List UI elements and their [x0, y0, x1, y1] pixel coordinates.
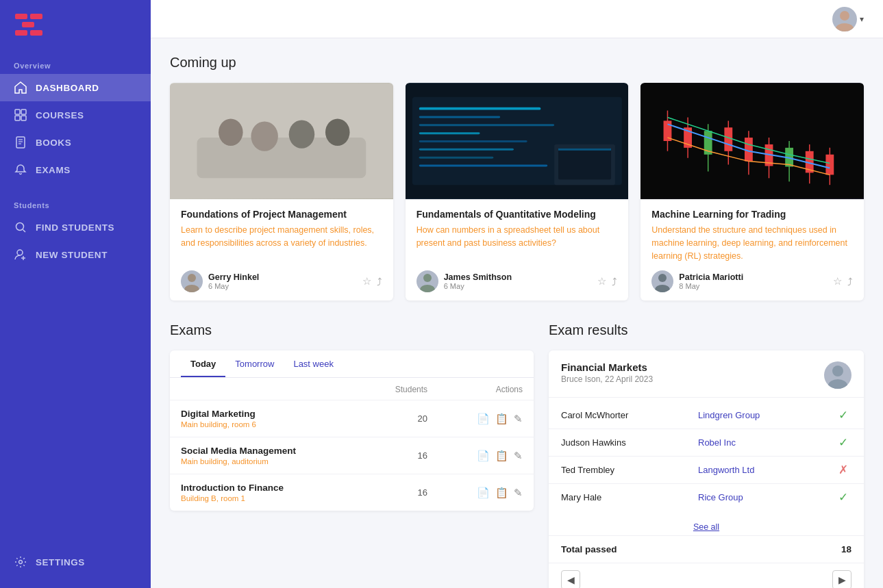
course-footer-3: Patricia Mariotti 8 May ☆ ⤴	[651, 270, 853, 292]
star-icon-3[interactable]: ☆	[833, 275, 842, 287]
result-status: ✗	[835, 463, 851, 477]
book-icon	[14, 136, 27, 149]
course-title-2: Fundamentals of Quantitative Modeling	[416, 209, 618, 220]
avatar	[832, 7, 857, 31]
course-title-3: Machine Learning for Trading	[651, 209, 853, 220]
results-list: Carol McWhorter Lindgren Group ✓ Judson …	[549, 398, 864, 515]
sidebar-item-new-student[interactable]: NEW STUDENT	[0, 241, 151, 268]
tab-today[interactable]: Today	[181, 350, 225, 377]
exams-label: EXAMS	[36, 165, 71, 175]
svg-rect-33	[419, 124, 554, 126]
result-row: Mary Hale Rice Group ✓	[549, 484, 864, 511]
exam-row-students: 16	[362, 437, 438, 474]
total-value: 18	[841, 544, 851, 554]
exams-tabs: Today Tomorrow Last week	[170, 350, 534, 378]
exam-row-location: Main building, room 6	[181, 420, 351, 429]
svg-rect-6	[21, 110, 26, 114]
copy-icon[interactable]: 📋	[495, 413, 508, 425]
sidebar-item-find-students[interactable]: FIND STUDENTS	[0, 214, 151, 241]
copy-icon[interactable]: 📋	[495, 450, 508, 462]
course-title-1: Foundations of Project Management	[181, 209, 382, 220]
students-label: Students	[0, 190, 151, 214]
sidebar-item-courses[interactable]: COURSES	[0, 101, 151, 129]
svg-rect-2	[22, 22, 34, 27]
result-company: Lindgren Group	[698, 410, 835, 420]
share-icon-2[interactable]: ⤴	[612, 276, 617, 287]
col-actions: Actions	[438, 378, 534, 400]
user-menu[interactable]: ▾	[832, 7, 864, 31]
sidebar-item-books[interactable]: BOOKS	[0, 129, 151, 156]
svg-rect-38	[419, 165, 547, 167]
results-header: Financial Markets Bruce Ison, 22 April 2…	[549, 350, 864, 398]
star-icon-1[interactable]: ☆	[362, 275, 371, 287]
course-card-body-3: Machine Learning for Trading Understand …	[641, 199, 864, 301]
exam-row-location: Main building, auditorium	[181, 457, 351, 465]
see-all-row: See all	[549, 515, 864, 535]
sidebar-item-settings[interactable]: SETTINGS	[0, 548, 151, 576]
results-exam-author-date: Bruce Ison, 22 April 2023	[561, 374, 653, 384]
table-row: Introduction to Finance Building B, room…	[170, 474, 534, 511]
content-area: Coming up Foundat	[151, 38, 883, 588]
nav-prev-button[interactable]: ◀	[561, 570, 580, 588]
svg-point-42	[423, 274, 432, 282]
course-card-2: Fundamentals of Quantitative Modeling Ho…	[406, 83, 629, 301]
exam-row-name: Social Media Management	[181, 446, 351, 456]
exam-row-name: Digital Marketing	[181, 409, 351, 419]
svg-rect-8	[21, 116, 26, 120]
author-info-2: James Smithson 6 May	[444, 272, 512, 290]
find-students-label: FIND STUDENTS	[36, 222, 114, 233]
overview-label: Overview	[0, 51, 151, 74]
svg-point-13	[16, 223, 24, 231]
share-icon-3[interactable]: ⤴	[847, 276, 853, 287]
svg-point-66	[828, 379, 847, 389]
svg-rect-1	[30, 14, 42, 19]
course-author-2: James Smithson 6 May	[416, 270, 512, 292]
edit-icon[interactable]: ✎	[514, 413, 523, 425]
svg-point-23	[219, 118, 243, 145]
author-name-2: James Smithson	[444, 272, 512, 282]
result-name: Mary Hale	[561, 492, 698, 502]
coming-up-title: Coming up	[170, 55, 864, 71]
course-author-1: Gerry Hinkel 6 May	[181, 270, 259, 292]
app-logo-icon	[14, 12, 44, 38]
bell-icon	[14, 163, 27, 177]
svg-rect-52	[725, 127, 733, 151]
result-status: ✓	[835, 490, 851, 504]
result-company: Langworth Ltd	[698, 465, 835, 475]
author-avatar-3	[651, 270, 673, 292]
result-company: Rice Group	[698, 492, 835, 502]
author-avatar-2	[416, 270, 438, 292]
see-all-link[interactable]: See all	[693, 522, 719, 532]
course-desc-1: Learn to describe project management ski…	[181, 224, 382, 262]
result-name: Ted Trembley	[561, 465, 698, 475]
header: ▾	[151, 0, 883, 38]
author-name-1: Gerry Hinkel	[208, 272, 259, 282]
svg-point-20	[836, 23, 854, 31]
tab-tomorrow[interactable]: Tomorrow	[225, 350, 284, 377]
copy-icon[interactable]: 📋	[495, 487, 508, 499]
pass-icon: ✓	[838, 408, 848, 422]
courses-label: COURSES	[36, 110, 84, 120]
nav-next-button[interactable]: ▶	[832, 570, 851, 588]
star-icon-2[interactable]: ☆	[597, 275, 606, 287]
sidebar-item-exams[interactable]: EXAMS	[0, 156, 151, 183]
doc-icon[interactable]: 📄	[477, 413, 490, 425]
svg-rect-4	[30, 30, 42, 36]
doc-icon[interactable]: 📄	[477, 450, 490, 462]
tab-last-week[interactable]: Last week	[284, 350, 343, 377]
course-image-1	[170, 83, 393, 199]
course-card-1: Foundations of Project Management Learn …	[170, 83, 393, 301]
course-desc-3: Understand the structure and techniques …	[651, 224, 853, 262]
svg-rect-37	[419, 157, 493, 159]
exam-row-location: Building B, room 1	[181, 494, 351, 502]
svg-point-63	[658, 274, 667, 282]
doc-icon[interactable]: 📄	[477, 487, 490, 499]
edit-icon[interactable]: ✎	[514, 487, 523, 499]
share-icon-1[interactable]: ⤴	[377, 276, 382, 287]
svg-rect-41	[558, 149, 611, 151]
main-area: ▾ Coming up	[151, 0, 883, 588]
edit-icon[interactable]: ✎	[514, 450, 523, 462]
exam-row-actions: 📄 📋 ✎	[449, 413, 523, 425]
sidebar-item-dashboard[interactable]: DASHBOARD	[0, 74, 151, 101]
svg-rect-35	[419, 140, 527, 142]
